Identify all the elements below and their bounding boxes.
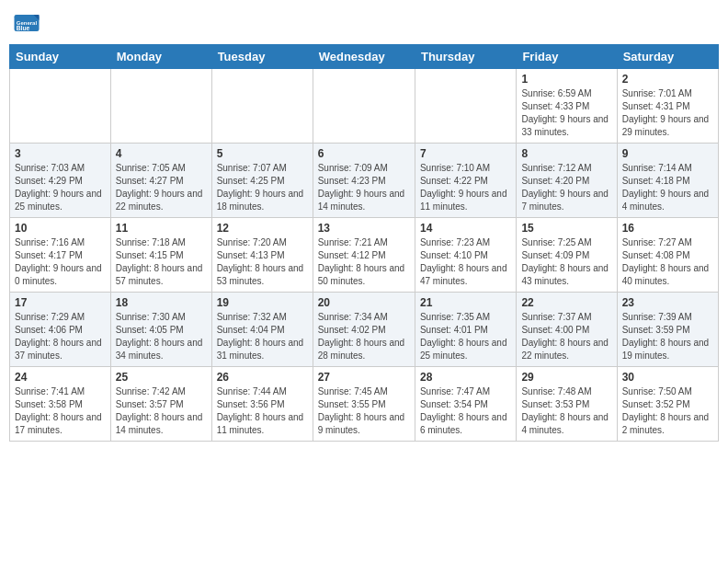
day-info: Sunrise: 7:18 AM Sunset: 4:15 PM Dayligh… (116, 236, 207, 288)
calendar-cell: 11Sunrise: 7:18 AM Sunset: 4:15 PM Dayli… (110, 218, 211, 293)
calendar-header-thursday: Thursday (415, 45, 516, 69)
page-header: General Blue (9, 9, 719, 37)
calendar-header-saturday: Saturday (617, 45, 718, 69)
day-number: 8 (521, 147, 611, 160)
day-number: 27 (318, 371, 410, 384)
calendar-header-sunday: Sunday (10, 45, 111, 69)
day-number: 13 (318, 222, 410, 235)
calendar-cell: 28Sunrise: 7:47 AM Sunset: 3:54 PM Dayli… (415, 367, 516, 442)
day-number: 14 (420, 222, 511, 235)
day-number: 29 (521, 371, 611, 384)
day-number: 26 (217, 371, 308, 384)
day-info: Sunrise: 7:09 AM Sunset: 4:23 PM Dayligh… (318, 162, 410, 213)
day-info: Sunrise: 7:27 AM Sunset: 4:08 PM Dayligh… (622, 236, 713, 288)
day-number: 19 (217, 296, 308, 309)
calendar-cell: 30Sunrise: 7:50 AM Sunset: 3:52 PM Dayli… (617, 367, 718, 442)
day-info: Sunrise: 7:03 AM Sunset: 4:29 PM Dayligh… (15, 162, 106, 213)
day-info: Sunrise: 7:21 AM Sunset: 4:12 PM Dayligh… (318, 236, 410, 288)
day-info: Sunrise: 7:05 AM Sunset: 4:27 PM Dayligh… (116, 162, 207, 213)
calendar-cell: 27Sunrise: 7:45 AM Sunset: 3:55 PM Dayli… (313, 367, 415, 442)
day-info: Sunrise: 7:29 AM Sunset: 4:06 PM Dayligh… (15, 311, 106, 362)
day-info: Sunrise: 7:25 AM Sunset: 4:09 PM Dayligh… (521, 236, 611, 288)
calendar-cell: 17Sunrise: 7:29 AM Sunset: 4:06 PM Dayli… (10, 293, 111, 367)
calendar-cell: 21Sunrise: 7:35 AM Sunset: 4:01 PM Dayli… (415, 293, 516, 367)
day-number: 3 (15, 147, 106, 160)
calendar-week-row: 10Sunrise: 7:16 AM Sunset: 4:17 PM Dayli… (10, 218, 719, 293)
day-number: 6 (318, 147, 410, 160)
day-number: 1 (521, 73, 611, 86)
calendar-cell: 5Sunrise: 7:07 AM Sunset: 4:25 PM Daylig… (211, 144, 313, 218)
day-number: 17 (15, 296, 106, 309)
calendar-week-row: 3Sunrise: 7:03 AM Sunset: 4:29 PM Daylig… (10, 144, 719, 218)
day-number: 7 (420, 147, 511, 160)
day-number: 25 (116, 371, 207, 384)
day-number: 11 (116, 222, 207, 235)
calendar-cell: 16Sunrise: 7:27 AM Sunset: 4:08 PM Dayli… (617, 218, 718, 293)
calendar-cell: 29Sunrise: 7:48 AM Sunset: 3:53 PM Dayli… (517, 367, 617, 442)
day-number: 4 (116, 147, 207, 160)
day-number: 2 (622, 73, 713, 86)
calendar-header-friday: Friday (517, 45, 617, 69)
day-info: Sunrise: 7:41 AM Sunset: 3:58 PM Dayligh… (15, 385, 106, 437)
calendar-cell (10, 69, 111, 144)
day-info: Sunrise: 7:39 AM Sunset: 3:59 PM Dayligh… (622, 311, 713, 362)
day-info: Sunrise: 7:01 AM Sunset: 4:31 PM Dayligh… (622, 87, 713, 139)
calendar-cell: 1Sunrise: 6:59 AM Sunset: 4:33 PM Daylig… (517, 69, 617, 144)
calendar-cell (211, 69, 313, 144)
day-info: Sunrise: 7:30 AM Sunset: 4:05 PM Dayligh… (116, 311, 207, 362)
day-number: 15 (521, 222, 611, 235)
calendar-cell: 2Sunrise: 7:01 AM Sunset: 4:31 PM Daylig… (617, 69, 718, 144)
calendar-cell: 22Sunrise: 7:37 AM Sunset: 4:00 PM Dayli… (517, 293, 617, 367)
calendar-cell: 20Sunrise: 7:34 AM Sunset: 4:02 PM Dayli… (313, 293, 415, 367)
day-number: 23 (622, 296, 713, 309)
day-number: 24 (15, 371, 106, 384)
svg-text:Blue: Blue (17, 25, 30, 31)
day-number: 30 (622, 371, 713, 384)
day-number: 20 (318, 296, 410, 309)
day-info: Sunrise: 7:23 AM Sunset: 4:10 PM Dayligh… (420, 236, 511, 288)
calendar-header-monday: Monday (110, 45, 211, 69)
calendar-cell: 6Sunrise: 7:09 AM Sunset: 4:23 PM Daylig… (313, 144, 415, 218)
calendar-cell (110, 69, 211, 144)
day-info: Sunrise: 7:50 AM Sunset: 3:52 PM Dayligh… (622, 385, 713, 437)
calendar-cell: 15Sunrise: 7:25 AM Sunset: 4:09 PM Dayli… (517, 218, 617, 293)
day-info: Sunrise: 7:47 AM Sunset: 3:54 PM Dayligh… (420, 385, 511, 437)
calendar-cell: 8Sunrise: 7:12 AM Sunset: 4:20 PM Daylig… (517, 144, 617, 218)
calendar-header-wednesday: Wednesday (313, 45, 415, 69)
calendar-week-row: 1Sunrise: 6:59 AM Sunset: 4:33 PM Daylig… (10, 69, 719, 144)
logo-icon: General Blue (13, 9, 40, 37)
calendar-cell: 3Sunrise: 7:03 AM Sunset: 4:29 PM Daylig… (10, 144, 111, 218)
day-number: 28 (420, 371, 511, 384)
day-info: Sunrise: 7:44 AM Sunset: 3:56 PM Dayligh… (217, 385, 308, 437)
day-number: 16 (622, 222, 713, 235)
day-info: Sunrise: 7:48 AM Sunset: 3:53 PM Dayligh… (521, 385, 611, 437)
day-info: Sunrise: 7:34 AM Sunset: 4:02 PM Dayligh… (318, 311, 410, 362)
calendar-cell: 23Sunrise: 7:39 AM Sunset: 3:59 PM Dayli… (617, 293, 718, 367)
day-info: Sunrise: 7:20 AM Sunset: 4:13 PM Dayligh… (217, 236, 308, 288)
calendar-cell (415, 69, 516, 144)
calendar-cell (313, 69, 415, 144)
calendar-header-tuesday: Tuesday (211, 45, 313, 69)
calendar-cell: 12Sunrise: 7:20 AM Sunset: 4:13 PM Dayli… (211, 218, 313, 293)
logo: General Blue (13, 9, 44, 37)
calendar-header-row: SundayMondayTuesdayWednesdayThursdayFrid… (10, 45, 719, 69)
calendar-cell: 25Sunrise: 7:42 AM Sunset: 3:57 PM Dayli… (110, 367, 211, 442)
calendar-cell: 13Sunrise: 7:21 AM Sunset: 4:12 PM Dayli… (313, 218, 415, 293)
day-info: Sunrise: 7:45 AM Sunset: 3:55 PM Dayligh… (318, 385, 410, 437)
day-number: 18 (116, 296, 207, 309)
day-number: 9 (622, 147, 713, 160)
day-number: 10 (15, 222, 106, 235)
day-number: 21 (420, 296, 511, 309)
calendar-cell: 4Sunrise: 7:05 AM Sunset: 4:27 PM Daylig… (110, 144, 211, 218)
day-info: Sunrise: 7:37 AM Sunset: 4:00 PM Dayligh… (521, 311, 611, 362)
day-info: Sunrise: 7:35 AM Sunset: 4:01 PM Dayligh… (420, 311, 511, 362)
day-number: 12 (217, 222, 308, 235)
day-number: 22 (521, 296, 611, 309)
calendar-week-row: 17Sunrise: 7:29 AM Sunset: 4:06 PM Dayli… (10, 293, 719, 367)
day-number: 5 (217, 147, 308, 160)
calendar-table: SundayMondayTuesdayWednesdayThursdayFrid… (9, 44, 719, 442)
day-info: Sunrise: 7:10 AM Sunset: 4:22 PM Dayligh… (420, 162, 511, 213)
calendar-cell: 24Sunrise: 7:41 AM Sunset: 3:58 PM Dayli… (10, 367, 111, 442)
calendar-cell: 7Sunrise: 7:10 AM Sunset: 4:22 PM Daylig… (415, 144, 516, 218)
day-info: Sunrise: 6:59 AM Sunset: 4:33 PM Dayligh… (521, 87, 611, 139)
